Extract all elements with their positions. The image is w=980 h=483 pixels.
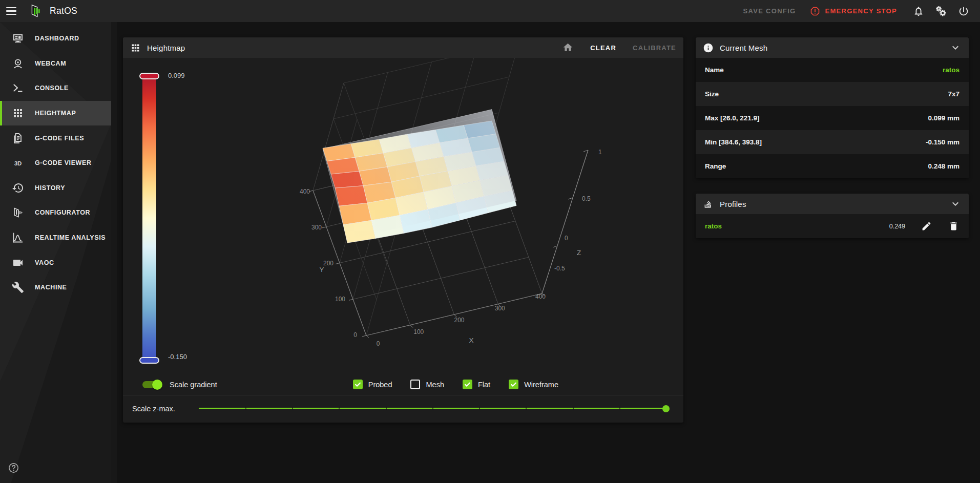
save-config-button[interactable]: SAVE CONFIG	[743, 7, 796, 15]
topbar: RatOS SAVE CONFIG EMERGENCY STOP	[0, 0, 980, 22]
mesh-row-range: Range0.248 mm	[696, 154, 969, 178]
current-mesh-header: Current Mesh	[696, 37, 969, 58]
calibrate-button[interactable]: CALIBRATE	[633, 44, 676, 52]
profile-row: ratos0.249	[696, 214, 969, 238]
layer-checkboxes: ProbedMeshFlatWireframe	[353, 380, 558, 389]
svg-text:400: 400	[300, 188, 310, 195]
scale-gradient-toggle[interactable]: Scale gradient	[142, 381, 217, 389]
realtime-analysis-icon	[12, 232, 24, 244]
checkbox-label: Flat	[478, 381, 490, 389]
slider-tick	[432, 407, 433, 410]
sidebar-item-machine[interactable]: MACHINE	[0, 275, 111, 300]
help-button[interactable]	[5, 460, 22, 477]
checkbox-label: Mesh	[426, 381, 444, 389]
checkbox-wireframe[interactable]: Wireframe	[509, 380, 558, 389]
heightmap-actions: CLEAR CALIBRATE	[562, 42, 676, 53]
slider-tick	[339, 407, 340, 410]
toggle-track	[142, 381, 161, 388]
sidebar-item-configurator[interactable]: CONFIGURATOR	[0, 200, 111, 225]
mesh-row-value: ratos	[943, 66, 960, 74]
configurator-icon	[12, 206, 24, 219]
home-icon	[562, 42, 573, 53]
trash-icon	[948, 221, 959, 232]
edit-profile-button[interactable]	[921, 221, 932, 232]
checkbox-unchecked-icon	[410, 380, 420, 389]
chevron-down-icon	[949, 198, 962, 210]
reset-view-button[interactable]	[562, 42, 574, 53]
mesh-row-max: Max [26.0, 221.9]0.099 mm	[696, 106, 969, 130]
scale-zmax-slider[interactable]	[199, 408, 666, 409]
slider-thumb[interactable]	[662, 405, 670, 412]
emergency-stop-label: EMERGENCY STOP	[825, 7, 897, 15]
colorbar-max-cap	[139, 73, 159, 79]
gcode-viewer-icon: 3D	[12, 157, 24, 169]
power-icon	[958, 6, 969, 17]
svg-text:200: 200	[454, 317, 464, 324]
sidebar-item-g-code-viewer[interactable]: 3DG-CODE VIEWER	[0, 151, 111, 176]
mesh-row-label: Max [26.0, 221.9]	[705, 114, 760, 122]
info-icon	[703, 43, 714, 53]
slider-tick	[292, 407, 293, 410]
mesh-row-value: -0.150 mm	[926, 138, 960, 146]
delete-profile-button[interactable]	[948, 221, 960, 232]
heightmap-3d-plot[interactable]: 01002003004000100200300400-0.500.51XYZ 0…	[123, 58, 683, 374]
sidebar-item-label: HEIGHTMAP	[35, 110, 76, 117]
colorbar-max-label: 0.099	[168, 72, 185, 79]
mesh-row-label: Range	[705, 162, 726, 170]
checkbox-mesh[interactable]: Mesh	[410, 380, 444, 389]
collapse-profiles-button[interactable]	[949, 198, 962, 210]
notifications-button[interactable]	[907, 0, 930, 22]
svg-text:0: 0	[565, 235, 568, 242]
slider-tick	[619, 407, 620, 410]
help-icon	[8, 462, 19, 475]
mesh-row-value: 7x7	[948, 90, 960, 98]
svg-text:0: 0	[353, 331, 357, 339]
history-icon	[12, 182, 24, 194]
heightmap-grid-icon	[130, 43, 141, 53]
svg-text:0.5: 0.5	[582, 195, 591, 202]
sidebar-item-history[interactable]: HISTORY	[0, 176, 111, 201]
svg-text:200: 200	[323, 260, 333, 267]
svg-text:100: 100	[413, 328, 424, 335]
profiles-stack-icon	[703, 199, 714, 209]
scale-zmax-label: Scale z-max.	[132, 405, 175, 413]
svg-text:1: 1	[598, 149, 602, 156]
ratos-logo[interactable]	[28, 4, 43, 19]
collapse-current-mesh-button[interactable]	[949, 41, 962, 54]
checkbox-label: Wireframe	[524, 381, 558, 389]
power-button[interactable]	[952, 0, 975, 22]
cogs-icon	[935, 6, 947, 17]
svg-text:300: 300	[311, 224, 322, 231]
sidebar-item-dashboard[interactable]: DASHBOARD	[0, 26, 111, 51]
mesh-row-label: Min [384.6, 393.8]	[705, 138, 762, 146]
profile-range-value: 0.249	[889, 223, 905, 230]
slider-tick	[479, 407, 480, 410]
surface-plot-svg: 01002003004000100200300400-0.500.51XYZ	[123, 58, 683, 374]
profiles-header: Profiles	[696, 194, 969, 214]
checkbox-checked-icon	[463, 380, 472, 389]
sidebar-item-heightmap[interactable]: HEIGHTMAP	[0, 101, 111, 126]
checkbox-checked-icon	[353, 380, 363, 389]
sidebar-item-console[interactable]: CONSOLE	[0, 76, 111, 101]
sidebar-item-webcam[interactable]: WEBCAM	[0, 51, 111, 76]
mesh-row-label: Size	[705, 90, 719, 98]
checkbox-probed[interactable]: Probed	[353, 380, 392, 389]
svg-text:300: 300	[495, 305, 505, 312]
current-mesh-table: NameratosSize7x7Max [26.0, 221.9]0.099 m…	[696, 58, 969, 178]
scale-gradient-label: Scale gradient	[170, 381, 217, 389]
svg-text:100: 100	[335, 296, 345, 303]
profile-name: ratos	[705, 222, 722, 230]
hamburger-menu-button[interactable]	[0, 0, 23, 22]
svg-text:Y: Y	[319, 266, 324, 274]
checkbox-flat[interactable]: Flat	[463, 380, 490, 389]
ratos-app: RatOS SAVE CONFIG EMERGENCY STOP	[0, 0, 980, 483]
mesh-row-name: Nameratos	[696, 58, 969, 82]
clear-button[interactable]: CLEAR	[590, 44, 616, 52]
sidebar-item-g-code-files[interactable]: G-CODE FILES	[0, 125, 111, 151]
sidebar-item-label: G-CODE FILES	[35, 135, 84, 142]
sidebar-item-realtime-analysis[interactable]: REALTIME ANALYSIS	[0, 225, 111, 250]
mesh-row-value: 0.099 mm	[928, 114, 960, 122]
settings-button[interactable]	[930, 0, 952, 22]
sidebar-item-vaoc[interactable]: VAOC	[0, 250, 111, 275]
emergency-stop-button[interactable]: EMERGENCY STOP	[810, 6, 897, 16]
